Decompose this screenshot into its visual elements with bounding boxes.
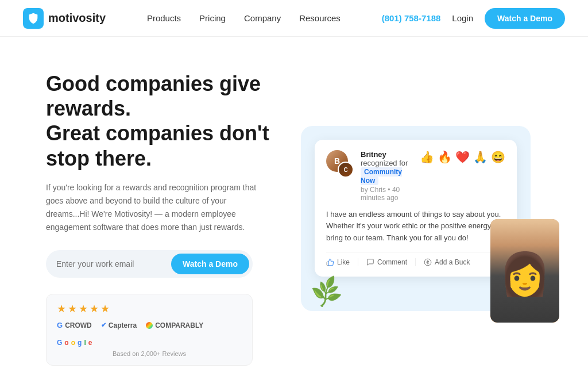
nav-products[interactable]: Products	[147, 13, 181, 23]
hero-left: Good companies give rewards. Great compa…	[46, 71, 299, 366]
email-input[interactable]	[56, 259, 167, 269]
logo-icon	[23, 8, 44, 29]
comment-icon	[366, 258, 374, 266]
nav-company[interactable]: Company	[244, 13, 281, 23]
emoji-smile: 😄	[491, 150, 505, 164]
dollar-icon	[424, 258, 432, 266]
nav-pricing[interactable]: Pricing	[199, 13, 226, 23]
comment-label: Comment	[377, 258, 407, 266]
reviews-box: ★ ★ ★ ★ ★ G CROWD ✔ Capterra COMPARABLY	[46, 294, 253, 366]
like-icon	[326, 258, 334, 266]
review-gcrowd: G CROWD	[57, 321, 92, 329]
emoji-thumbs-up: 👍	[420, 150, 434, 164]
leaf-decoration: 🌿	[308, 274, 345, 309]
email-form: Watch a Demo	[46, 250, 253, 278]
star-1: ★	[57, 302, 66, 315]
logo[interactable]: motivosity	[23, 8, 106, 29]
recognition-badge: Community Now	[361, 167, 402, 185]
emoji-pray: 🙏	[473, 150, 488, 164]
nav-right: (801) 758-7188 Login Watch a Demo	[382, 8, 565, 29]
review-caption: Based on 2,000+ Reviews	[57, 350, 242, 357]
hero-description: If you're looking for a rewards and reco…	[46, 181, 258, 234]
card-header: B C Britney recognized for Community Now…	[326, 150, 505, 202]
comparably-icon	[146, 322, 153, 329]
add-buck-button[interactable]: Add a Buck	[424, 258, 478, 266]
emoji-heart: ❤️	[455, 150, 470, 164]
review-platforms: G CROWD ✔ Capterra COMPARABLY Google	[57, 321, 242, 347]
card-avatars: B C	[326, 150, 354, 178]
card-attribution: by Chris • 40 minutes ago	[361, 186, 413, 202]
nav-links: Products Pricing Company Resources	[147, 13, 341, 23]
star-5: ★	[100, 302, 110, 315]
woman-photo: 👩	[490, 219, 559, 323]
card-meta: Britney recognized for Community Now by …	[361, 150, 413, 202]
emoji-fire: 🔥	[438, 150, 452, 164]
star-4: ★	[90, 302, 99, 315]
hero-right: B C Britney recognized for Community Now…	[301, 126, 542, 310]
navbar: motivosity Products Pricing Company Reso…	[0, 0, 588, 37]
person-silhouette: 👩	[499, 253, 551, 294]
star-3: ★	[79, 302, 88, 315]
card-actions: Like Comment Add a Buck	[326, 252, 505, 266]
star-rating: ★ ★ ★ ★ ★	[57, 302, 242, 315]
star-2: ★	[68, 302, 77, 315]
hero-section: Good companies give rewards. Great compa…	[0, 37, 588, 368]
recognition-card: B C Britney recognized for Community Now…	[315, 140, 517, 276]
like-button[interactable]: Like	[326, 258, 358, 266]
recognizer-name: Britney	[361, 150, 386, 159]
avatar-chris: C	[338, 162, 354, 178]
hero-title: Good companies give rewards. Great compa…	[46, 71, 299, 171]
comment-button[interactable]: Comment	[366, 258, 416, 266]
review-comparably: COMPARABLY	[146, 321, 203, 329]
shield-icon	[27, 12, 40, 25]
phone-number[interactable]: (801) 758-7188	[382, 13, 441, 23]
reaction-emojis: 👍 🔥 ❤️ 🙏 😄	[420, 150, 505, 164]
card-message: I have an endless amount of things to sa…	[326, 209, 505, 243]
like-label: Like	[337, 258, 350, 266]
review-google: Google	[57, 339, 92, 347]
add-buck-label: Add a Buck	[435, 258, 470, 266]
review-capterra: ✔ Capterra	[101, 321, 137, 329]
brand-name: motivosity	[48, 12, 106, 25]
hero-cta-button[interactable]: Watch a Demo	[171, 254, 249, 274]
login-link[interactable]: Login	[452, 13, 473, 23]
nav-cta-button[interactable]: Watch a Demo	[485, 8, 565, 29]
nav-resources[interactable]: Resources	[299, 13, 341, 23]
